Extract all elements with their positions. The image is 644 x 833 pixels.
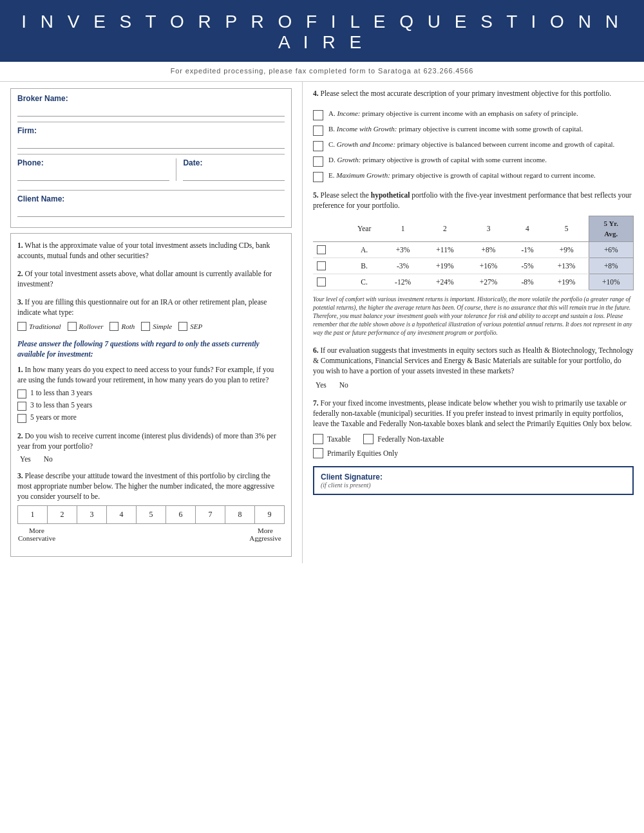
perf-row-a-checkbox-cell <box>313 242 346 258</box>
ira-roth-checkbox[interactable] <box>109 322 118 331</box>
obj-d-checkbox[interactable] <box>313 156 323 167</box>
perf-row-c-3: +27% <box>467 274 511 290</box>
perf-col-4: 4 <box>510 216 544 242</box>
time-3-checkbox[interactable] <box>17 414 26 423</box>
fed-nontaxable-label: Federally Non-taxable <box>377 434 444 444</box>
scale-4[interactable]: 4 <box>107 506 137 524</box>
ira-rollover-checkbox[interactable] <box>68 322 77 331</box>
perf-row-a-avg: +6% <box>589 242 633 258</box>
ira-sep: SEP <box>178 322 202 331</box>
perf-row-b-avg: +8% <box>589 258 633 274</box>
ira-options: Traditional Rollover Roth Simple <box>17 322 285 331</box>
scale-3[interactable]: 3 <box>77 506 107 524</box>
obj-b-text: B. Income with Growth: primary objective… <box>328 124 583 134</box>
perf-row-c-checkbox[interactable] <box>317 277 326 286</box>
perf-col-select <box>313 216 346 242</box>
date-label: Date: <box>183 158 285 167</box>
firm-input[interactable] <box>17 136 285 149</box>
income-no: No <box>41 455 53 463</box>
equity-no-label: No <box>339 380 348 390</box>
right-q4-text: 4. Please select the most accurate descr… <box>313 88 634 98</box>
time-3-label: 5 years or more <box>30 413 77 421</box>
obj-e: E. Maximum Growth: primary objective is … <box>313 171 634 182</box>
ira-sep-label: SEP <box>190 323 202 330</box>
scale-5[interactable]: 5 <box>137 506 166 524</box>
client-signature-box: Client Signature: (if client is present) <box>313 466 634 495</box>
time-1-checkbox[interactable] <box>17 389 26 398</box>
right-q5: 5. Please select the hypothetical portfo… <box>313 190 634 337</box>
scale-1[interactable]: 1 <box>18 506 48 524</box>
equity-yes: Yes <box>313 380 327 390</box>
obj-c-checkbox[interactable] <box>313 141 323 151</box>
ira-traditional: Traditional <box>17 322 61 331</box>
perf-row-b-label: B. <box>346 258 383 274</box>
ira-traditional-checkbox[interactable] <box>17 322 26 331</box>
broker-name-input[interactable] <box>17 104 285 117</box>
left-q2: 2. Do you wish to receive current income… <box>17 431 285 463</box>
questions-box-1: 1. What is the approximate value of your… <box>10 233 292 557</box>
perf-row-b-5: +13% <box>545 258 589 274</box>
right-column: 4. Please select the most accurate descr… <box>303 82 644 563</box>
client-name-input[interactable] <box>17 205 285 217</box>
time-option-3: 5 years or more <box>17 413 285 423</box>
perf-row-a-checkbox[interactable] <box>317 245 326 254</box>
perf-col-year: Year <box>346 216 383 242</box>
fed-nontaxable-item: Federally Non-taxable <box>363 434 444 444</box>
question-3-text: 3. If you are filling this questionnaire… <box>17 297 285 317</box>
phone-input[interactable] <box>17 169 169 181</box>
ira-sep-checkbox[interactable] <box>178 322 187 331</box>
attitude-scale: 1 2 3 4 5 6 7 8 9 <box>17 505 285 524</box>
equities-only-checkbox[interactable] <box>313 448 323 458</box>
perf-col-5: 5 <box>545 216 589 242</box>
question-1-text: 1. What is the approximate value of your… <box>17 240 285 261</box>
scale-2[interactable]: 2 <box>48 506 77 524</box>
income-yes-label: Yes <box>20 455 31 463</box>
income-no-label: No <box>44 455 53 463</box>
taxable-checkbox[interactable] <box>313 434 323 444</box>
firm-field: Firm: <box>17 126 285 149</box>
broker-name-field: Broker Name: <box>17 94 285 117</box>
obj-a-checkbox[interactable] <box>313 110 323 120</box>
obj-e-text: E. Maximum Growth: primary objective is … <box>328 171 596 180</box>
scale-7[interactable]: 7 <box>196 506 225 524</box>
time-2-checkbox[interactable] <box>17 402 26 411</box>
ira-simple-label: Simple <box>153 323 172 330</box>
ira-roth-label: Roth <box>121 323 135 330</box>
scale-9[interactable]: 9 <box>255 506 285 524</box>
performance-table: Year 1 2 3 4 5 5 Yr.Avg. <box>313 216 634 290</box>
obj-b-checkbox[interactable] <box>313 126 323 136</box>
perf-row-a-3: +8% <box>467 242 511 258</box>
ira-rollover: Rollover <box>68 322 104 331</box>
fed-nontaxable-checkbox[interactable] <box>363 434 374 444</box>
perf-row-a-1: +3% <box>383 242 423 258</box>
perf-row-b-2: +19% <box>423 258 467 274</box>
scale-label-conservative: MoreConservative <box>17 527 56 542</box>
taxable-label: Taxable <box>327 434 350 444</box>
left-q1-text: 1. In how many years do you expect to ne… <box>17 364 285 385</box>
client-name-label: Client Name: <box>17 194 285 203</box>
client-sig-title: Client Signature: <box>321 473 626 482</box>
perf-row-c-5: +19% <box>545 274 589 290</box>
obj-a-text: A. Income: primary objective is current … <box>328 109 578 118</box>
scale-8[interactable]: 8 <box>225 506 255 524</box>
ira-simple-checkbox[interactable] <box>141 322 150 331</box>
perf-row-b-4: -5% <box>510 258 544 274</box>
obj-d: D. Growth: primary objective is growth o… <box>313 155 634 167</box>
perf-row-c-label: C. <box>346 274 383 290</box>
perf-row-c-1: -12% <box>383 274 423 290</box>
perf-row-b-chk-wrap <box>317 261 342 270</box>
perf-row-c-2: +24% <box>423 274 467 290</box>
obj-e-checkbox[interactable] <box>313 172 323 182</box>
perf-col-3: 3 <box>467 216 511 242</box>
perf-col-avg: 5 Yr.Avg. <box>589 216 633 242</box>
perf-row-b-1: -3% <box>383 258 423 274</box>
scale-6[interactable]: 6 <box>166 506 196 524</box>
perf-row-b-checkbox[interactable] <box>317 261 326 270</box>
broker-name-label: Broker Name: <box>17 94 285 103</box>
perf-header-row: Year 1 2 3 4 5 5 Yr.Avg. <box>313 216 634 242</box>
right-q7-text: 7. For your fixed income investments, pl… <box>313 398 634 429</box>
client-sig-subtitle: (if client is present) <box>321 482 626 489</box>
date-input[interactable] <box>183 169 285 181</box>
equities-only-item: Primarily Equities Only <box>313 448 634 458</box>
left-column: Broker Name: Firm: Phone: Date: <box>0 82 303 563</box>
